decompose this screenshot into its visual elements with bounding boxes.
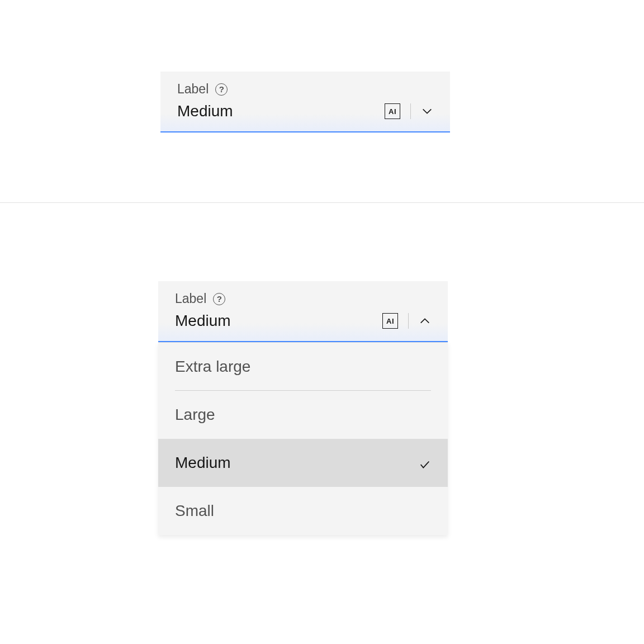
chevron-down-icon[interactable] — [421, 105, 433, 117]
menu-item-large[interactable]: Large — [158, 391, 448, 439]
right-controls: AI — [382, 313, 431, 329]
dropdown-closed[interactable]: Label ? Medium AI — [160, 72, 450, 132]
menu-item-label: Small — [175, 502, 214, 520]
selected-value: Medium — [177, 102, 233, 120]
help-icon[interactable]: ? — [213, 293, 225, 305]
horizontal-divider — [0, 202, 644, 203]
menu-item-small[interactable]: Small — [158, 487, 448, 535]
menu-item-label: Large — [175, 406, 215, 424]
value-row: Medium AI — [177, 102, 433, 120]
ai-badge-icon[interactable]: AI — [385, 103, 400, 119]
ai-badge-icon[interactable]: AI — [382, 313, 398, 329]
vertical-divider — [408, 313, 409, 329]
label-row: Label ? — [175, 291, 431, 306]
value-row: Medium AI — [175, 312, 431, 330]
menu-item-extra-large[interactable]: Extra large — [158, 343, 448, 391]
right-controls: AI — [385, 103, 433, 119]
vertical-divider — [410, 103, 411, 119]
dropdown-header[interactable]: Label ? Medium AI — [160, 72, 450, 131]
menu-item-label: Medium — [175, 454, 231, 472]
selected-value: Medium — [175, 312, 231, 330]
label-row: Label ? — [177, 82, 433, 97]
dropdown-header[interactable]: Label ? Medium AI — [158, 281, 448, 342]
chevron-up-icon[interactable] — [419, 315, 431, 327]
help-icon[interactable]: ? — [215, 83, 228, 96]
field-label: Label — [177, 82, 209, 97]
check-icon — [419, 457, 431, 469]
dropdown-menu: Extra large Large Medium Small — [158, 342, 448, 535]
menu-item-medium[interactable]: Medium — [158, 439, 448, 487]
dropdown-open[interactable]: Label ? Medium AI Extra large Large Medi… — [158, 281, 448, 535]
field-label: Label — [175, 291, 206, 306]
menu-item-label: Extra large — [175, 358, 250, 376]
